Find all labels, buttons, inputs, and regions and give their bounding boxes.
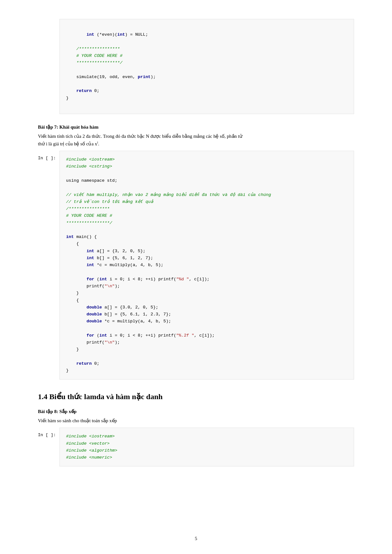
top-code-block: int (*even)(int) = NULL; /**************… (38, 19, 354, 114)
exercise8-section: Bài tập 8: Sắp xếp Viết hàm so sánh cho … (38, 409, 354, 466)
exercise8-description: Viết hàm so sánh cho thuật toán sắp xếp (38, 417, 354, 424)
page-number: 5 (195, 536, 197, 541)
exercise7-heading: Bài tập 7: Khái quát hóa hàm (38, 124, 354, 130)
exercise7-in-label: In [ ]: (38, 151, 57, 161)
exercise8-in-label: In [ ]: (38, 428, 57, 437)
exercise7-code: #include <iostream> #include <cstring> u… (59, 151, 354, 380)
exercise8-code: #include <iostream> #include <vector> #i… (59, 428, 354, 466)
section14-heading: 1.4 Biểu thức lamda và hàm nặc danh (38, 392, 354, 401)
exercise7-description: Viết hàm tính tích của 2 đa thức. Trong … (38, 132, 354, 148)
exercise8-heading: Bài tập 8: Sắp xếp (38, 409, 354, 414)
exercise8-code-container: In [ ]: #include <iostream> #include <ve… (38, 428, 354, 466)
code-line-1: int (*even)(int) = NULL; (76, 32, 148, 37)
exercise7-section: Bài tập 7: Khái quát hóa hàm Viết hàm tí… (38, 124, 354, 380)
exercise7-code-container: In [ ]: #include <iostream> #include <cs… (38, 151, 354, 380)
code-line-2: /**************** # YOUR CODE HERE # ***… (66, 46, 156, 100)
